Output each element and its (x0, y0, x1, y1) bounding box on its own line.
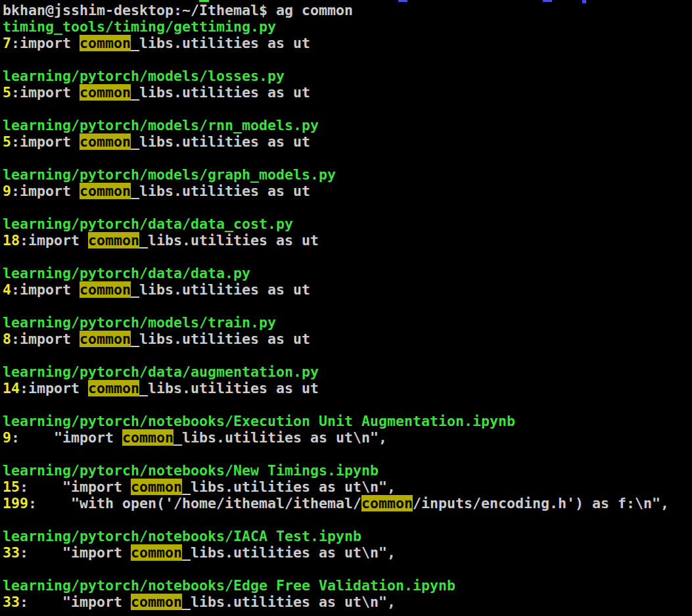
terminal-text: _libs.utilities as ut (131, 133, 310, 150)
terminal-blank-line (3, 511, 669, 528)
terminal-text: _libs.utilities as ut\n", (182, 479, 396, 495)
terminal-text: _libs.utilities as ut (131, 331, 310, 347)
terminal-line: learning/pytorch/models/losses.py (3, 68, 669, 84)
terminal-text: : "with open('/home/ithemal/ithemal/ (28, 495, 361, 511)
line-number: 14 (3, 380, 20, 396)
terminal-line: learning/pytorch/data/data.py (3, 265, 669, 281)
file-path: learning/pytorch/notebooks/New Timings.i… (3, 462, 379, 479)
terminal-line: 7:import common_libs.utilities as ut (3, 35, 669, 51)
file-path: learning/pytorch/models/graph_models.py (3, 166, 336, 183)
terminal-text: : "import (20, 594, 131, 610)
terminal-line: timing_tools/timing/gettiming.py (3, 18, 669, 35)
line-number: 4 (3, 281, 11, 298)
line-number: 7 (3, 35, 11, 51)
file-path: learning/pytorch/models/losses.py (3, 68, 285, 84)
terminal-text: :import (11, 281, 80, 298)
terminal-blank-line (3, 396, 669, 413)
terminal-blank-line (3, 51, 669, 68)
terminal-blank-line (3, 446, 669, 462)
terminal-text: :import (11, 133, 80, 150)
match-highlight: common (361, 495, 413, 511)
match-highlight: common (88, 380, 139, 396)
terminal-text: :import (11, 35, 80, 51)
match-highlight: common (80, 133, 131, 150)
file-path: timing_tools/timing/gettiming.py (3, 18, 276, 35)
terminal-line: 4:import common_libs.utilities as ut (3, 281, 669, 298)
terminal-blank-line (3, 298, 669, 314)
file-path: learning/pytorch/notebooks/IACA Test.ipy… (3, 528, 361, 544)
file-path: learning/pytorch/notebooks/Edge Free Val… (3, 577, 455, 594)
terminal-window[interactable]: bkhan@jsshim-desktop:~/Ithemal$ ag commo… (0, 0, 692, 616)
clipped-line-fragment (582, 0, 586, 3)
terminal-line: 199: "with open('/home/ithemal/ithemal/c… (3, 495, 669, 511)
line-number: 5 (3, 133, 11, 150)
line-number: 33 (3, 594, 20, 610)
terminal-line: 9:import common_libs.utilities as ut (3, 183, 669, 199)
terminal-line: 18:import common_libs.utilities as ut (3, 232, 669, 249)
terminal-line: learning/pytorch/notebooks/Execution Uni… (3, 413, 669, 429)
terminal-line: learning/pytorch/notebooks/Edge Free Val… (3, 577, 669, 594)
terminal-text: _libs.utilities as ut\n", (173, 429, 387, 446)
terminal-text: :import (11, 84, 80, 101)
terminal-line: learning/pytorch/data/data_cost.py (3, 216, 669, 232)
terminal-text: :import (11, 183, 80, 199)
terminal-line: bkhan@jsshim-desktop:~/Ithemal$ ag commo… (3, 2, 669, 18)
match-highlight: common (122, 429, 173, 446)
terminal-text: _libs.utilities as ut (131, 35, 310, 51)
match-highlight: common (80, 183, 131, 199)
terminal-line: 9: "import common_libs.utilities as ut\n… (3, 429, 669, 446)
file-path: learning/pytorch/models/rnn_models.py (3, 117, 319, 133)
terminal-line: learning/pytorch/models/graph_models.py (3, 166, 669, 183)
terminal-line: 5:import common_libs.utilities as ut (3, 84, 669, 101)
terminal-line: 33: "import common_libs.utilities as ut\… (3, 594, 669, 610)
match-highlight: common (80, 281, 131, 298)
terminal-line: 33: "import common_libs.utilities as ut\… (3, 544, 669, 561)
clipped-line-fragment (398, 0, 407, 2)
terminal-text: : "import (20, 479, 131, 495)
file-path: learning/pytorch/data/data.py (3, 265, 250, 281)
match-highlight: common (131, 544, 182, 561)
file-path: learning/pytorch/data/data_cost.py (3, 216, 293, 232)
match-highlight: common (80, 35, 131, 51)
terminal-line: 14:import common_libs.utilities as ut (3, 380, 669, 396)
terminal-blank-line (3, 249, 669, 265)
terminal-text: : "import (20, 544, 131, 561)
terminal-line: learning/pytorch/notebooks/New Timings.i… (3, 462, 669, 479)
line-number: 9 (3, 429, 11, 446)
terminal-text: :import (20, 232, 88, 249)
line-number: 9 (3, 183, 11, 199)
clipped-line-fragment (543, 0, 552, 2)
line-number: 5 (3, 84, 11, 101)
terminal-text: bkhan@jsshim-desktop:~/Ithemal$ ag commo… (3, 2, 353, 18)
terminal-screen: bkhan@jsshim-desktop:~/Ithemal$ ag commo… (3, 2, 669, 610)
line-number: 33 (3, 544, 20, 561)
terminal-text: _libs.utilities as ut (131, 183, 310, 199)
terminal-text: :import (20, 380, 88, 396)
terminal-line: learning/pytorch/models/train.py (3, 314, 669, 331)
line-number: 18 (3, 232, 20, 249)
terminal-text: _libs.utilities as ut (131, 84, 310, 101)
terminal-text: :import (11, 331, 80, 347)
file-path: learning/pytorch/models/train.py (3, 314, 276, 331)
line-number: 8 (3, 331, 11, 347)
terminal-blank-line (3, 561, 669, 577)
match-highlight: common (131, 594, 182, 610)
match-highlight: common (80, 331, 131, 347)
terminal-text: _libs.utilities as ut\n", (182, 544, 396, 561)
match-highlight: common (88, 232, 139, 249)
terminal-line: learning/pytorch/data/augmentation.py (3, 364, 669, 380)
terminal-line: 8:import common_libs.utilities as ut (3, 331, 669, 347)
terminal-text: _libs.utilities as ut (139, 232, 319, 249)
line-number: 15 (3, 479, 20, 495)
terminal-line: learning/pytorch/notebooks/IACA Test.ipy… (3, 528, 669, 544)
match-highlight: common (80, 84, 131, 101)
terminal-line: 5:import common_libs.utilities as ut (3, 133, 669, 150)
match-highlight: common (131, 479, 182, 495)
terminal-blank-line (3, 150, 669, 166)
terminal-blank-line (3, 101, 669, 117)
terminal-blank-line (3, 199, 669, 216)
terminal-text: _libs.utilities as ut (131, 281, 310, 298)
terminal-blank-line (3, 347, 669, 364)
terminal-text: _libs.utilities as ut (139, 380, 319, 396)
terminal-text: /inputs/encoding.h') as f:\n", (413, 495, 669, 511)
